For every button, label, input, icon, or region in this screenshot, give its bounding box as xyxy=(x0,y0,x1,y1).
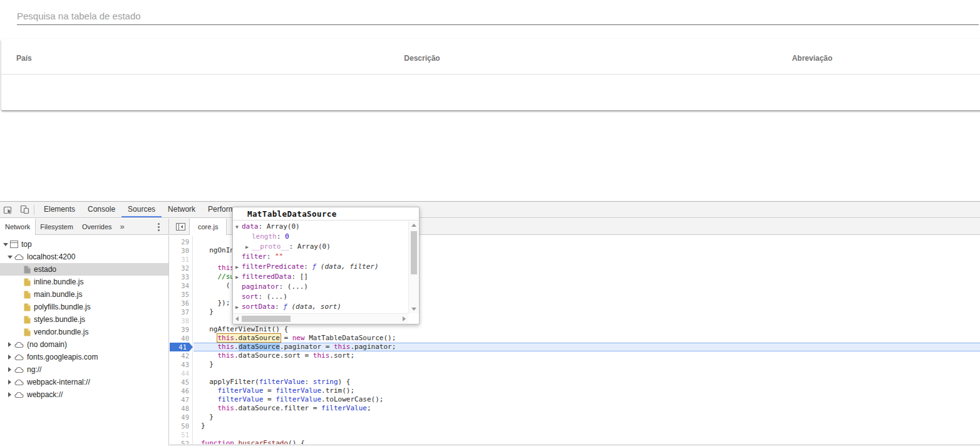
tree-item-main-bundle-js[interactable]: main.bundle.js xyxy=(0,288,168,301)
code-line-content[interactable] xyxy=(193,369,980,378)
popover-property-proto[interactable]: ▶__proto__: Array(0) xyxy=(233,242,408,252)
toggle-device-toolbar-icon[interactable] xyxy=(16,202,33,217)
gutter-line-number-32[interactable]: 32 xyxy=(170,264,189,272)
main-tab-elements[interactable]: Elements xyxy=(38,202,81,217)
navigator-tab-overrides[interactable]: Overrides xyxy=(78,219,116,235)
code-line-51[interactable]: 51 xyxy=(170,430,980,439)
gutter-line-number-37[interactable]: 37 xyxy=(170,308,189,316)
code-line-48[interactable]: 48 this.dataSource.filter = filterValue; xyxy=(170,404,980,413)
collapsed-arrow-icon[interactable]: ▶ xyxy=(245,242,252,252)
gutter-line-number-39[interactable]: 39 xyxy=(170,325,189,334)
tree-item--no-domain-[interactable]: (no domain) xyxy=(0,338,168,351)
tree-item-webpack-internal-[interactable]: webpack-internal:// xyxy=(0,376,168,388)
code-line-content[interactable]: } xyxy=(193,360,980,369)
scroll-left-icon[interactable] xyxy=(235,316,239,321)
popover-property-paginator[interactable]: paginator: (...) xyxy=(233,282,408,292)
code-line-content[interactable]: filterValue = filterValue.trim(); xyxy=(193,386,980,395)
vscroll-thumb[interactable] xyxy=(411,231,417,274)
expanded-arrow-icon[interactable]: ▼ xyxy=(235,222,242,232)
popover-vertical-scrollbar[interactable] xyxy=(408,221,419,313)
tree-item-inline-bundle-js[interactable]: inline.bundle.js xyxy=(0,276,168,288)
code-line-content[interactable]: } xyxy=(193,413,980,422)
tree-item-styles-bundle-js[interactable]: styles.bundle.js xyxy=(0,313,168,326)
popover-property-filteredData[interactable]: ▶filteredData: [] xyxy=(233,272,408,282)
gutter-line-number-29[interactable]: 29 xyxy=(170,237,189,246)
gutter-line-number-42[interactable]: 42 xyxy=(170,351,189,360)
main-tab-console[interactable]: Console xyxy=(81,202,121,217)
search-input[interactable] xyxy=(17,8,979,25)
hide-navigator-icon[interactable] xyxy=(174,219,187,235)
gutter-line-number-30[interactable]: 30 xyxy=(170,246,189,255)
tree-item-estado[interactable]: estado xyxy=(0,263,168,276)
navigator-tab-filesystem[interactable]: Filesystem xyxy=(36,219,78,235)
expanded-arrow-icon[interactable] xyxy=(2,241,9,248)
popover-property-data[interactable]: ▼data: Array(0) xyxy=(233,222,408,232)
popover-property-sort[interactable]: sort: (...) xyxy=(233,292,408,302)
code-line-content[interactable]: ngAfterViewInit() { xyxy=(193,325,980,334)
gutter-line-number-51[interactable]: 51 xyxy=(170,430,189,439)
gutter-line-number-35[interactable]: 35 xyxy=(170,290,189,299)
gutter-line-number-45[interactable]: 45 xyxy=(170,378,189,386)
code-line-45[interactable]: 45 applyFilter(filterValue: string) { xyxy=(170,378,980,386)
hscroll-thumb[interactable] xyxy=(242,316,291,322)
gutter-line-number-33[interactable]: 33 xyxy=(170,272,189,281)
code-line-content[interactable]: this.dataSource.filter = filterValue; xyxy=(193,404,980,413)
tree-item-localhost-4200[interactable]: localhost:4200 xyxy=(0,251,168,263)
code-line-46[interactable]: 46 filterValue = filterValue.trim(); xyxy=(170,386,980,395)
popover-property-filter[interactable]: filter: "" xyxy=(233,252,408,262)
gutter-line-number-47[interactable]: 47 xyxy=(170,395,189,404)
gutter-line-number-46[interactable]: 46 xyxy=(170,386,189,395)
main-tab-sources[interactable]: Sources xyxy=(121,202,162,217)
editor-tab-core-js[interactable]: core.js xyxy=(189,219,227,235)
tree-item-vendor-bundle-js[interactable]: vendor.bundle.js xyxy=(0,326,168,338)
gutter-line-number-50[interactable]: 50 xyxy=(170,422,189,430)
popover-property-filterPredicate[interactable]: ▶filterPredicate: ƒ (data, filter) xyxy=(233,262,408,272)
popover-property-sortData[interactable]: ▶sortData: ƒ (data, sort) xyxy=(233,302,408,312)
code-line-content[interactable] xyxy=(193,430,980,439)
navigator-menu-icon[interactable] xyxy=(153,221,163,232)
navigator-tab-network[interactable]: Network xyxy=(0,219,36,235)
more-tabs-chevron[interactable]: » xyxy=(116,222,128,231)
collapsed-arrow-icon[interactable]: ▶ xyxy=(235,272,242,283)
collapsed-arrow-icon[interactable] xyxy=(6,341,13,348)
code-line-43[interactable]: 43 } xyxy=(170,360,980,369)
code-line-content[interactable]: this.dataSource = new MatTableDataSource… xyxy=(193,334,980,343)
code-line-49[interactable]: 49 } xyxy=(170,413,980,422)
inspect-element-icon[interactable] xyxy=(0,202,16,217)
gutter-line-number-40[interactable]: 40 xyxy=(170,334,189,343)
gutter-line-number-48[interactable]: 48 xyxy=(170,404,189,413)
popover-horizontal-scrollbar[interactable] xyxy=(233,313,408,324)
collapsed-arrow-icon[interactable] xyxy=(6,354,13,361)
popover-property-length[interactable]: length: 0 xyxy=(233,232,408,242)
code-line-content[interactable]: filterValue = filterValue.toLowerCase(); xyxy=(193,395,980,404)
expanded-arrow-icon[interactable] xyxy=(6,254,13,261)
tree-item-polyfills-bundle-js[interactable]: polyfills.bundle.js xyxy=(0,301,168,313)
tree-item-webpack-[interactable]: webpack:// xyxy=(0,388,168,401)
scroll-right-icon[interactable] xyxy=(403,316,406,321)
collapsed-arrow-icon[interactable] xyxy=(6,366,13,373)
code-line-content[interactable]: applyFilter(filterValue: string) { xyxy=(193,378,980,386)
collapsed-arrow-icon[interactable] xyxy=(6,392,13,398)
gutter-line-number-34[interactable]: 34 xyxy=(170,281,189,290)
scroll-down-icon[interactable] xyxy=(411,308,416,311)
gutter-line-number-31[interactable]: 31 xyxy=(170,255,189,264)
tree-item-top[interactable]: top xyxy=(0,238,168,251)
scroll-up-icon[interactable] xyxy=(411,224,416,227)
collapsed-arrow-icon[interactable] xyxy=(6,379,13,386)
gutter-line-number-44[interactable]: 44 xyxy=(170,369,189,378)
code-line-39[interactable]: 39 ngAfterViewInit() { xyxy=(170,325,980,334)
gutter-line-number-49[interactable]: 49 xyxy=(170,413,189,422)
gutter-line-number-43[interactable]: 43 xyxy=(170,360,189,369)
code-line-40[interactable]: 40 this.dataSource = new MatTableDataSou… xyxy=(170,334,980,343)
code-line-50[interactable]: 50} xyxy=(170,422,980,430)
code-line-41[interactable]: 4141 this.dataSource.paginator = this.pa… xyxy=(170,343,980,351)
code-line-content[interactable]: } xyxy=(193,422,980,430)
gutter-line-number-36[interactable]: 36 xyxy=(170,299,189,308)
gutter-line-number-38[interactable]: 38 xyxy=(170,316,189,325)
code-line-content[interactable]: this.dataSource.paginator = this.paginat… xyxy=(193,343,980,351)
code-line-47[interactable]: 47 filterValue = filterValue.toLowerCase… xyxy=(170,395,980,404)
tree-item-fonts-googleapis-com[interactable]: fonts.googleapis.com xyxy=(0,351,168,363)
code-line-42[interactable]: 42 this.dataSource.sort = this.sort; xyxy=(170,351,980,360)
tree-item-ng-[interactable]: ng:// xyxy=(0,363,168,376)
main-tab-network[interactable]: Network xyxy=(162,202,202,217)
